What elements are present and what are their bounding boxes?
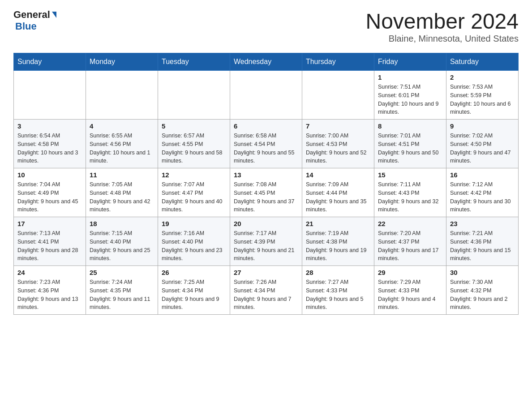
calendar-week-row: 1Sunrise: 7:51 AMSunset: 6:01 PMDaylight…: [14, 71, 519, 120]
table-row: [14, 71, 86, 120]
day-info: Sunrise: 7:20 AMSunset: 4:37 PMDaylight:…: [378, 229, 442, 263]
day-info: Sunrise: 7:24 AMSunset: 4:35 PMDaylight:…: [90, 278, 154, 312]
logo-area: General Blue: [13, 9, 56, 32]
table-row: 10Sunrise: 7:04 AMSunset: 4:49 PMDayligh…: [14, 168, 86, 217]
calendar-table: Sunday Monday Tuesday Wednesday Thursday…: [13, 53, 519, 315]
day-info: Sunrise: 6:57 AMSunset: 4:55 PMDaylight:…: [162, 132, 226, 165]
col-thursday: Thursday: [302, 53, 374, 71]
day-number: 16: [450, 171, 515, 179]
table-row: [302, 71, 374, 120]
day-number: 5: [162, 122, 226, 130]
table-row: 1Sunrise: 7:51 AMSunset: 6:01 PMDaylight…: [374, 71, 446, 120]
day-number: 20: [234, 220, 298, 227]
day-number: 18: [90, 220, 154, 227]
calendar-week-row: 10Sunrise: 7:04 AMSunset: 4:49 PMDayligh…: [14, 168, 519, 217]
table-row: 27Sunrise: 7:26 AMSunset: 4:34 PMDayligh…: [230, 266, 302, 315]
table-row: 22Sunrise: 7:20 AMSunset: 4:37 PMDayligh…: [374, 217, 446, 266]
day-number: 9: [450, 122, 515, 130]
day-info: Sunrise: 7:00 AMSunset: 4:53 PMDaylight:…: [306, 132, 370, 165]
day-number: 25: [90, 269, 154, 276]
calendar-week-row: 17Sunrise: 7:13 AMSunset: 4:41 PMDayligh…: [14, 217, 519, 266]
table-row: 9Sunrise: 7:02 AMSunset: 4:50 PMDaylight…: [446, 120, 518, 168]
table-row: 19Sunrise: 7:16 AMSunset: 4:40 PMDayligh…: [158, 217, 230, 266]
logo-general-text: General: [13, 9, 50, 21]
day-number: 22: [378, 220, 442, 227]
month-title: November 2024: [365, 9, 519, 34]
day-number: 10: [17, 171, 82, 179]
day-info: Sunrise: 7:51 AMSunset: 6:01 PMDaylight:…: [378, 83, 442, 116]
day-info: Sunrise: 7:30 AMSunset: 4:32 PMDaylight:…: [450, 278, 515, 312]
day-number: 24: [17, 269, 82, 276]
table-row: 26Sunrise: 7:25 AMSunset: 4:34 PMDayligh…: [158, 266, 230, 315]
col-friday: Friday: [374, 53, 446, 71]
day-number: 3: [17, 122, 82, 130]
col-monday: Monday: [86, 53, 158, 71]
day-number: 1: [378, 73, 442, 81]
day-info: Sunrise: 7:53 AMSunset: 5:59 PMDaylight:…: [450, 83, 515, 116]
table-row: 20Sunrise: 7:17 AMSunset: 4:39 PMDayligh…: [230, 217, 302, 266]
day-number: 11: [90, 171, 154, 179]
day-number: 7: [306, 122, 370, 130]
logo: General: [13, 9, 56, 21]
day-number: 17: [17, 220, 82, 227]
day-info: Sunrise: 7:19 AMSunset: 4:38 PMDaylight:…: [306, 229, 370, 263]
col-saturday: Saturday: [446, 53, 518, 71]
table-row: 21Sunrise: 7:19 AMSunset: 4:38 PMDayligh…: [302, 217, 374, 266]
title-area: November 2024 Blaine, Minnesota, United …: [365, 9, 519, 44]
day-info: Sunrise: 7:05 AMSunset: 4:48 PMDaylight:…: [90, 180, 154, 214]
day-info: Sunrise: 7:01 AMSunset: 4:51 PMDaylight:…: [378, 132, 442, 165]
day-info: Sunrise: 7:29 AMSunset: 4:33 PMDaylight:…: [378, 278, 442, 312]
table-row: [230, 71, 302, 120]
table-row: 6Sunrise: 6:58 AMSunset: 4:54 PMDaylight…: [230, 120, 302, 168]
table-row: 16Sunrise: 7:12 AMSunset: 4:42 PMDayligh…: [446, 168, 518, 217]
table-row: 12Sunrise: 7:07 AMSunset: 4:47 PMDayligh…: [158, 168, 230, 217]
col-tuesday: Tuesday: [158, 53, 230, 71]
day-info: Sunrise: 7:26 AMSunset: 4:34 PMDaylight:…: [234, 278, 298, 312]
table-row: 17Sunrise: 7:13 AMSunset: 4:41 PMDayligh…: [14, 217, 86, 266]
table-row: 30Sunrise: 7:30 AMSunset: 4:32 PMDayligh…: [446, 266, 518, 315]
table-row: 25Sunrise: 7:24 AMSunset: 4:35 PMDayligh…: [86, 266, 158, 315]
day-number: 12: [162, 171, 226, 179]
table-row: [86, 71, 158, 120]
table-row: 2Sunrise: 7:53 AMSunset: 5:59 PMDaylight…: [446, 71, 518, 120]
day-number: 23: [450, 220, 515, 227]
day-number: 28: [306, 269, 370, 276]
day-info: Sunrise: 6:55 AMSunset: 4:56 PMDaylight:…: [90, 132, 154, 165]
day-info: Sunrise: 7:17 AMSunset: 4:39 PMDaylight:…: [234, 229, 298, 263]
day-number: 21: [306, 220, 370, 227]
day-number: 29: [378, 269, 442, 276]
day-info: Sunrise: 7:15 AMSunset: 4:40 PMDaylight:…: [90, 229, 154, 263]
table-row: 18Sunrise: 7:15 AMSunset: 4:40 PMDayligh…: [86, 217, 158, 266]
day-number: 30: [450, 269, 515, 276]
day-number: 6: [234, 122, 298, 130]
day-number: 27: [234, 269, 298, 276]
table-row: 13Sunrise: 7:08 AMSunset: 4:45 PMDayligh…: [230, 168, 302, 217]
table-row: [158, 71, 230, 120]
day-number: 13: [234, 171, 298, 179]
calendar-header-row: Sunday Monday Tuesday Wednesday Thursday…: [14, 53, 519, 71]
day-info: Sunrise: 7:11 AMSunset: 4:43 PMDaylight:…: [378, 180, 442, 214]
day-info: Sunrise: 6:58 AMSunset: 4:54 PMDaylight:…: [234, 132, 298, 165]
logo-triangle-icon: [52, 12, 56, 18]
calendar-week-row: 24Sunrise: 7:23 AMSunset: 4:36 PMDayligh…: [14, 266, 519, 315]
day-info: Sunrise: 7:04 AMSunset: 4:49 PMDaylight:…: [17, 180, 82, 214]
day-info: Sunrise: 7:02 AMSunset: 4:50 PMDaylight:…: [450, 132, 515, 165]
table-row: 4Sunrise: 6:55 AMSunset: 4:56 PMDaylight…: [86, 120, 158, 168]
table-row: 8Sunrise: 7:01 AMSunset: 4:51 PMDaylight…: [374, 120, 446, 168]
table-row: 29Sunrise: 7:29 AMSunset: 4:33 PMDayligh…: [374, 266, 446, 315]
col-wednesday: Wednesday: [230, 53, 302, 71]
page-header: General Blue November 2024 Blaine, Minne…: [13, 9, 519, 44]
calendar-week-row: 3Sunrise: 6:54 AMSunset: 4:58 PMDaylight…: [14, 120, 519, 168]
location-title: Blaine, Minnesota, United States: [365, 34, 519, 44]
day-number: 8: [378, 122, 442, 130]
day-number: 15: [378, 171, 442, 179]
day-info: Sunrise: 7:07 AMSunset: 4:47 PMDaylight:…: [162, 180, 226, 214]
day-info: Sunrise: 7:27 AMSunset: 4:33 PMDaylight:…: [306, 278, 370, 312]
day-info: Sunrise: 7:08 AMSunset: 4:45 PMDaylight:…: [234, 180, 298, 214]
table-row: 15Sunrise: 7:11 AMSunset: 4:43 PMDayligh…: [374, 168, 446, 217]
day-info: Sunrise: 7:12 AMSunset: 4:42 PMDaylight:…: [450, 180, 515, 214]
table-row: 23Sunrise: 7:21 AMSunset: 4:36 PMDayligh…: [446, 217, 518, 266]
col-sunday: Sunday: [14, 53, 86, 71]
table-row: 24Sunrise: 7:23 AMSunset: 4:36 PMDayligh…: [14, 266, 86, 315]
table-row: 14Sunrise: 7:09 AMSunset: 4:44 PMDayligh…: [302, 168, 374, 217]
